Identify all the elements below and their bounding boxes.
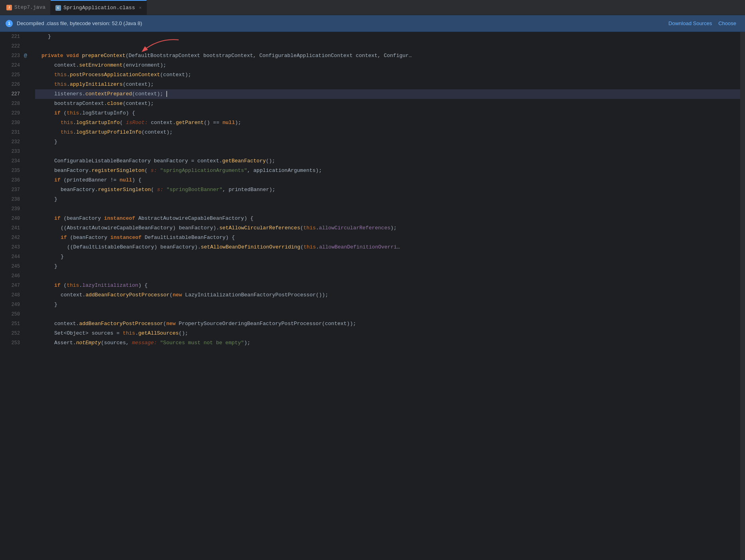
code-line-223: private void prepareContext(DefaultBoots… xyxy=(35,51,740,61)
code-line-249: } xyxy=(35,300,740,310)
ln-251: 251 xyxy=(3,319,24,329)
code-line-238: } xyxy=(35,195,740,204)
code-line-241: ((AbstractAutowireCapableBeanFactory) be… xyxy=(35,223,740,233)
ln-221: 221 xyxy=(3,32,24,41)
ln-238: 238 xyxy=(3,195,24,204)
code-content[interactable]: } private void prepareContext(DefaultBoo… xyxy=(32,32,740,560)
code-line-239 xyxy=(35,204,740,214)
code-line-228: bootstrapContext.close(context); xyxy=(35,99,740,108)
banner-text: Decompiled .class file, bytecode version… xyxy=(17,20,665,26)
code-editor: 221 222 223 224 225 226 227 228 229 230 … xyxy=(0,32,745,560)
code-line-252: Set<Object> sources = this.getAllSources… xyxy=(35,329,740,338)
ln-235: 235 xyxy=(3,166,24,175)
tab-spring-label: SpringApplication.class xyxy=(63,5,135,11)
banner-actions: Download Sources Choose xyxy=(665,20,739,27)
choose-button[interactable]: Choose xyxy=(715,20,739,27)
ln-224: 224 xyxy=(3,61,24,70)
ln-253: 253 xyxy=(3,338,24,348)
code-line-232: } xyxy=(35,137,740,147)
ln-229: 229 xyxy=(3,108,24,118)
ln-225: 225 xyxy=(3,70,24,80)
java-file-icon: J xyxy=(6,5,12,10)
ln-249: 249 xyxy=(3,300,24,310)
code-line-235: beanFactory.registerSingleton( s: "sprin… xyxy=(35,166,740,175)
ln-244: 244 xyxy=(3,252,24,262)
code-line-246 xyxy=(35,271,740,281)
code-line-251: context.addBeanFactoryPostProcessor(new … xyxy=(35,319,740,329)
ln-243: 243 xyxy=(3,243,24,252)
ln-237: 237 xyxy=(3,185,24,195)
annotation-at-223: @ xyxy=(24,51,27,61)
ln-234: 234 xyxy=(3,156,24,166)
code-line-231: this.logStartupProfileInfo(context); xyxy=(35,128,740,137)
ln-231: 231 xyxy=(3,128,24,137)
code-line-229: if (this.logStartupInfo) { xyxy=(35,108,740,118)
code-line-247: if (this.lazyInitialization) { xyxy=(35,281,740,290)
code-line-245: } xyxy=(35,262,740,271)
code-line-244: } xyxy=(35,252,740,262)
code-line-253: Assert.notEmpty(sources, message: "Sourc… xyxy=(35,338,740,348)
ln-222: 222 xyxy=(3,41,24,51)
code-line-226: this.applyInitializers(context); xyxy=(35,80,740,89)
ln-250: 250 xyxy=(3,310,24,319)
tab-step7-label: Step7.java xyxy=(14,4,45,10)
ln-232: 232 xyxy=(3,137,24,147)
info-icon: i xyxy=(6,20,13,27)
ln-247: 247 xyxy=(3,281,24,290)
code-line-240: if (beanFactory instanceof AbstractAutow… xyxy=(35,214,740,223)
code-line-233 xyxy=(35,147,740,156)
download-sources-button[interactable]: Download Sources xyxy=(665,20,715,27)
tab-spring[interactable]: C SpringApplication.class × xyxy=(51,0,147,15)
code-line-224: context.setEnvironment(environment); xyxy=(35,61,740,70)
code-line-221: } xyxy=(35,32,740,41)
ln-240: 240 xyxy=(3,214,24,223)
ln-236: 236 xyxy=(3,175,24,185)
ln-248: 248 xyxy=(3,290,24,300)
ln-242: 242 xyxy=(3,233,24,243)
ln-227: 227 xyxy=(3,89,24,99)
code-line-248: context.addBeanFactoryPostProcessor(new … xyxy=(35,290,740,300)
code-line-222 xyxy=(35,41,740,51)
class-file-icon: C xyxy=(55,5,61,11)
ln-245: 245 xyxy=(3,262,24,271)
code-line-234: ConfigurableListableBeanFactory beanFact… xyxy=(35,156,740,166)
ln-239: 239 xyxy=(3,204,24,214)
code-line-242: if (beanFactory instanceof DefaultListab… xyxy=(35,233,740,243)
annotations-column: @ xyxy=(24,32,32,560)
code-line-230: this.logStartupInfo( isRoot: context.get… xyxy=(35,118,740,128)
code-line-236: if (printedBanner != null) { xyxy=(35,175,740,185)
code-line-250 xyxy=(35,310,740,319)
vertical-scrollbar[interactable] xyxy=(740,32,745,560)
code-line-243: ((DefaultListableBeanFactory) beanFactor… xyxy=(35,243,740,252)
ln-226: 226 xyxy=(3,80,24,89)
ln-228: 228 xyxy=(3,99,24,108)
ln-241: 241 xyxy=(3,223,24,233)
left-gutter xyxy=(0,32,3,560)
code-line-237: beanFactory.registerSingleton( s: "sprin… xyxy=(35,185,740,195)
line-numbers: 221 222 223 224 225 226 227 228 229 230 … xyxy=(3,32,24,560)
tab-close-icon[interactable]: × xyxy=(139,6,142,10)
tab-step7[interactable]: J Step7.java xyxy=(2,0,51,15)
ln-246: 246 xyxy=(3,271,24,281)
ln-230: 230 xyxy=(3,118,24,128)
tab-bar: J Step7.java C SpringApplication.class × xyxy=(0,0,745,15)
code-line-225: this.postProcessApplicationContext(conte… xyxy=(35,70,740,80)
ln-223: 223 xyxy=(3,51,24,61)
ln-233: 233 xyxy=(3,147,24,156)
decompiled-banner: i Decompiled .class file, bytecode versi… xyxy=(0,15,745,32)
ln-252: 252 xyxy=(3,329,24,338)
code-line-227: listeners.contextPrepared(context); xyxy=(35,89,740,99)
